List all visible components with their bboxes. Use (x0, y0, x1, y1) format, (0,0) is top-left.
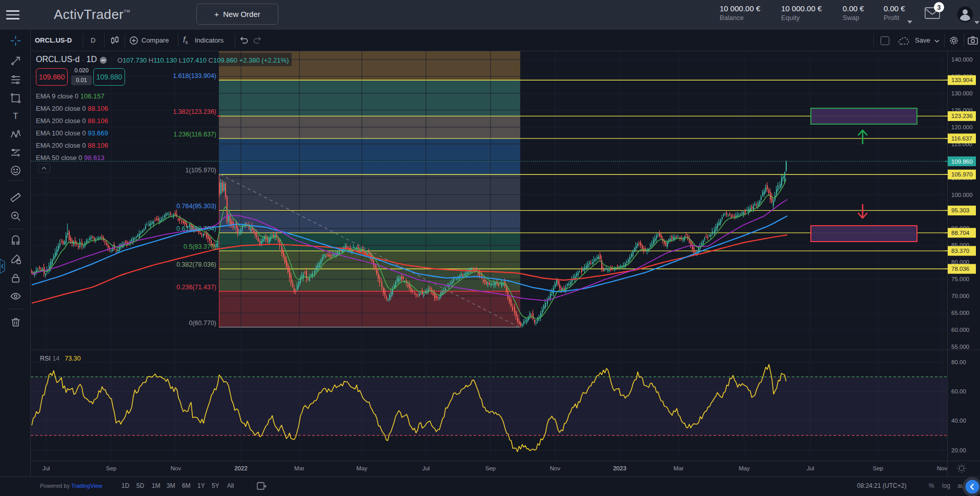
svg-text:1.382(123.236): 1.382(123.236) (173, 108, 216, 115)
svg-text:88.704: 88.704 (951, 230, 970, 236)
svg-text:3: 3 (937, 4, 941, 11)
svg-text:40.00: 40.00 (951, 418, 966, 424)
svg-text:RSI 1473.30: RSI 1473.30 (40, 355, 81, 362)
svg-text:Nov: Nov (550, 465, 561, 471)
svg-text:0.764(95.303): 0.764(95.303) (176, 203, 216, 210)
svg-text:T: T (13, 112, 18, 121)
svg-text:0.236(71.437): 0.236(71.437) (176, 284, 216, 291)
svg-text:May: May (739, 465, 750, 471)
svg-text:Nov: Nov (937, 465, 948, 471)
svg-text:20.00: 20.00 (951, 447, 966, 453)
svg-text:130.000: 130.000 (951, 90, 973, 96)
svg-text:140.000: 140.000 (951, 56, 973, 63)
svg-text:123.236: 123.236 (951, 113, 973, 119)
svg-text:70.000: 70.000 (951, 293, 969, 299)
svg-text:Sep: Sep (873, 465, 883, 471)
svg-text:2022: 2022 (234, 465, 248, 471)
svg-text:100.000: 100.000 (951, 192, 973, 198)
svg-text:1.618(133.904): 1.618(133.904) (173, 72, 216, 80)
svg-text:0(60.770): 0(60.770) (189, 320, 216, 327)
svg-text:Jul: Jul (807, 465, 814, 471)
svg-text:65.000: 65.000 (951, 310, 969, 316)
svg-text:Nov: Nov (171, 465, 181, 471)
svg-text:95.303: 95.303 (951, 207, 969, 213)
svg-text:78.036: 78.036 (951, 266, 969, 272)
svg-text:0.618(88.704): 0.618(88.704) (176, 225, 216, 232)
svg-text:60.000: 60.000 (951, 327, 969, 333)
svg-text:Sep: Sep (485, 465, 496, 471)
svg-text:Mar: Mar (673, 465, 684, 471)
svg-text:0.5(83.370): 0.5(83.370) (183, 243, 216, 250)
svg-text:120.000: 120.000 (951, 124, 973, 130)
svg-text:83.370: 83.370 (951, 248, 969, 254)
svg-text:133.904: 133.904 (951, 77, 973, 83)
svg-text:May: May (356, 465, 368, 471)
svg-text:116.637: 116.637 (951, 135, 972, 142)
svg-text:80.00: 80.00 (951, 359, 966, 365)
svg-text:105.970: 105.970 (951, 171, 973, 177)
svg-text:Sep: Sep (106, 465, 116, 471)
svg-text:55.000: 55.000 (951, 344, 969, 350)
svg-text:1(105.970): 1(105.970) (186, 167, 216, 174)
svg-text:109.860: 109.860 (951, 158, 973, 165)
svg-text:Mar: Mar (294, 465, 304, 471)
svg-text:Jul: Jul (43, 465, 50, 471)
svg-text:2023: 2023 (613, 465, 626, 471)
svg-text:Jul: Jul (422, 465, 430, 471)
svg-text:1.236(116.637): 1.236(116.637) (173, 131, 216, 138)
svg-text:0.382(78.036): 0.382(78.036) (176, 261, 216, 268)
svg-text:60.00: 60.00 (951, 388, 966, 394)
svg-text:75.000: 75.000 (951, 276, 969, 282)
